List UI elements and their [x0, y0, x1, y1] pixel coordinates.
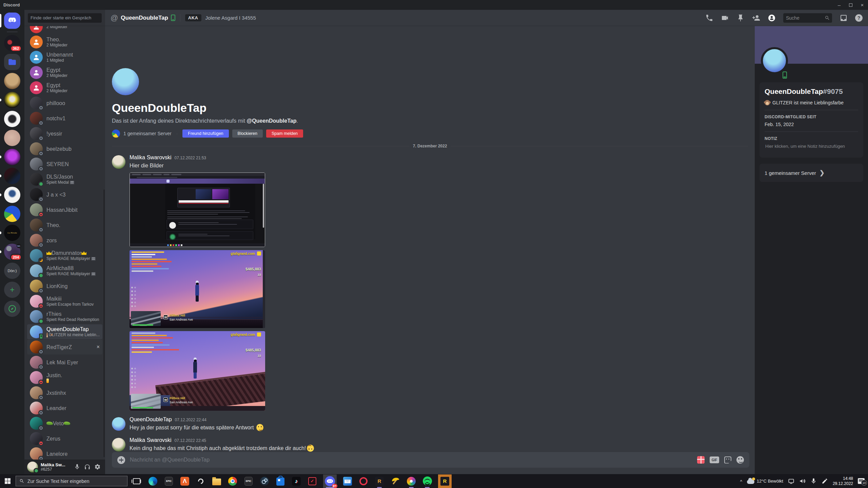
taskbar-app-epic-games-2[interactable]: EPIC	[243, 476, 254, 486]
emoji-picker-button[interactable]	[736, 456, 744, 464]
taskbar-app-spotify[interactable]	[422, 476, 432, 486]
mutual-servers-button[interactable]: 1 gemeinsamer Server ❯	[760, 164, 863, 182]
rail-item-discord-home[interactable]	[0, 13, 24, 29]
start-voice-call-button[interactable]	[705, 14, 713, 22]
mutual-server-label[interactable]: 1 gemeinsamer Server	[123, 131, 172, 136]
start-video-call-button[interactable]	[721, 14, 729, 22]
dm-item-AirMicha88[interactable]: AirMicha88Spielt RAGE Multiplayer	[27, 263, 102, 278]
sidebar-scrollbar[interactable]	[103, 189, 105, 457]
avatar[interactable]	[112, 417, 125, 431]
add-friend-to-dm-button[interactable]	[752, 14, 760, 22]
mute-button[interactable]	[72, 462, 82, 472]
search-input[interactable]	[786, 15, 825, 21]
gift-icon[interactable]	[697, 456, 705, 464]
message-author[interactable]: QueenDoubleTap	[130, 416, 172, 423]
taskbar-app-wallpaper-engine[interactable]	[406, 476, 416, 486]
dm-item-Egypt[interactable]: Egypt2 Mitglieder	[27, 65, 102, 80]
sticker-picker-button[interactable]	[724, 456, 731, 464]
taskbar-app-chrome[interactable]	[228, 476, 238, 486]
taskbar-app-rage-mp-active[interactable]: R	[438, 474, 452, 488]
rail-item-server-204[interactable]: 204NG	[0, 244, 24, 260]
taskbar-app-discord[interactable]: 9+	[323, 474, 337, 488]
maximize-button[interactable]	[845, 0, 856, 10]
dm-item-Maikiii[interactable]: MaikiiiSpielt Escape from Tarkov	[27, 294, 102, 309]
settings-button[interactable]	[92, 462, 102, 472]
taskbar-app-mail[interactable]	[342, 476, 353, 486]
dm-item-Lanelore[interactable]: Lanelore	[27, 446, 102, 460]
rail-item-server-don[interactable]: Dön:)	[0, 263, 24, 279]
message-author[interactable]: Malika Swarovski	[130, 437, 172, 443]
hidden-icons-chevron[interactable]: ^	[740, 479, 742, 484]
taskbar-app-opera-gx[interactable]	[358, 476, 369, 486]
dm-item-Zerus[interactable]: Zerus	[27, 431, 102, 446]
start-button[interactable]	[0, 474, 15, 488]
dm-item-notchv1[interactable]: notchv1	[27, 111, 102, 126]
taskbar-app-file-explorer[interactable]	[212, 476, 222, 486]
dm-item-SEYREN[interactable]: SEYREN	[27, 157, 102, 171]
conversation-search-button[interactable]: Finde oder starte ein Gespräch	[28, 13, 102, 23]
rail-item-server-g-esports[interactable]	[0, 168, 24, 184]
rail-item-server-skull[interactable]	[0, 92, 24, 108]
taskbar-app-edge[interactable]	[148, 476, 158, 486]
toggle-user-profile-button[interactable]	[768, 14, 776, 22]
taskbar-app-lambda-launcher[interactable]: Λ	[180, 476, 190, 486]
report-spam-button[interactable]: Spam melden	[266, 129, 303, 138]
dm-item-RedTigerZ[interactable]: RedTigerZ×	[27, 340, 102, 354]
task-view-button[interactable]	[133, 478, 140, 484]
taskbar-app-microsoft-store[interactable]	[275, 476, 285, 486]
avatar[interactable]	[112, 438, 125, 451]
dm-item-Unbenannt[interactable]: Unbenannt1 Mitglied	[27, 50, 102, 65]
message-scroller[interactable]: QueenDoubleTap Das ist der Anfang deines…	[105, 26, 755, 452]
rail-item-server-la-honda[interactable]: La Honda	[0, 225, 24, 241]
note-placeholder[interactable]: Hier klicken, um eine Notiz hinzuzufügen	[765, 144, 858, 149]
minimize-button[interactable]: –	[833, 0, 845, 10]
rail-item-explore-servers[interactable]	[0, 301, 24, 317]
rail-item-server-folder[interactable]	[0, 54, 24, 70]
taskbar-app-rage-mp[interactable]: R	[374, 476, 384, 486]
dm-item-Theo.[interactable]: Theo.2 Mitglieder	[27, 35, 102, 49]
attachment-forum-screenshot[interactable]	[130, 172, 265, 247]
speaker-icon[interactable]	[799, 478, 806, 484]
rail-item-server-eagle[interactable]	[0, 187, 24, 203]
add-friend-button[interactable]: Freund hinzufügen	[182, 129, 229, 138]
dm-item-phillooo[interactable]: phillooo	[27, 96, 102, 110]
dm-item-!yessir[interactable]: !yessir	[27, 126, 102, 141]
avatar[interactable]	[27, 462, 38, 472]
attach-file-button[interactable]	[117, 456, 125, 464]
close-button[interactable]: ×	[856, 0, 868, 10]
notification-center-button[interactable]: 10	[858, 478, 865, 484]
taskbar-app-epic-games[interactable]: EPIC	[164, 476, 174, 486]
dm-item-Egypt[interactable]: Egypt2 Mitglieder	[27, 80, 102, 95]
gif-picker-button[interactable]: GIF	[710, 456, 719, 463]
search-bar[interactable]	[783, 13, 832, 23]
rail-item-server-362[interactable]: 362	[0, 35, 24, 51]
taskbar-app-obs-studio[interactable]	[196, 476, 206, 486]
dm-item-Lek Mai Eyer[interactable]: Lek Mai Eyer	[27, 355, 102, 370]
dm-item-Jxstinhx[interactable]: Jxstinhx	[27, 385, 102, 400]
dm-item-beelzebub[interactable]: beelzebub	[27, 141, 102, 156]
pinned-messages-button[interactable]	[736, 14, 745, 22]
weather-widget[interactable]: 12°C Bewölkt	[747, 479, 783, 484]
dm-item-Justin.[interactable]: Justin.	[27, 370, 102, 385]
clock[interactable]: 14:48 29.12.2022	[833, 476, 853, 486]
dm-item-DLS/Jason[interactable]: DLS/JasonSpielt Medal	[27, 172, 102, 187]
pen-icon[interactable]	[822, 478, 828, 484]
block-button[interactable]: Blockieren	[232, 129, 263, 138]
message-author[interactable]: Malika Swarovski	[130, 155, 172, 161]
inbox-button[interactable]	[840, 14, 848, 22]
dm-item-LionKing[interactable]: LionKing	[27, 279, 102, 293]
dm-item-zors[interactable]: zors	[27, 233, 102, 248]
attachment-gta-screenshot-2[interactable]: gta5grand.com $485,883 22	[130, 331, 265, 411]
attachment-gta-screenshot-1[interactable]: gta5grand.com $485,883 22	[130, 250, 265, 328]
dm-item-Damunnator[interactable]: DamunnatorSpielt RAGE Multiplayer	[27, 248, 102, 263]
rail-item-server-demon[interactable]	[0, 149, 24, 165]
dm-item-J a x <3[interactable]: J a x <3	[27, 187, 102, 202]
taskbar-search[interactable]	[16, 476, 127, 486]
rail-item-server-bird[interactable]	[0, 111, 24, 127]
message-input[interactable]	[130, 457, 697, 463]
dm-item-Theo.[interactable]: Theo.	[27, 218, 102, 232]
taskbar-app-v-launcher[interactable]: ✓	[307, 476, 317, 486]
user-info[interactable]: Malika Sw... #6257	[41, 462, 72, 472]
dm-item-rThies[interactable]: rThiesSpielt Red Dead Redemption 2	[27, 309, 102, 324]
taskbar-search-input[interactable]	[27, 479, 124, 484]
